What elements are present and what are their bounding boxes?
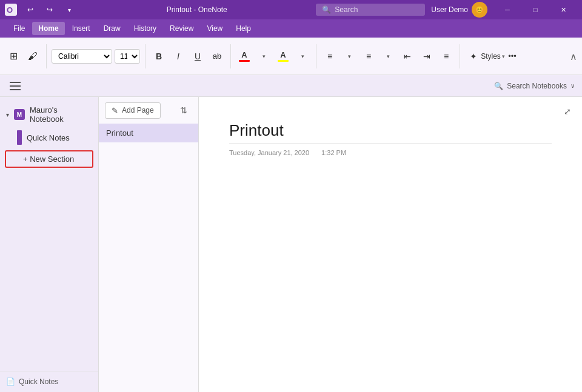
sidebar-item-quick-notes[interactable]: Quick Notes: [0, 127, 98, 148]
ribbon: ⊞ 🖌 Calibri 11 B I U ab A ▾ A ▾ ≡ ▾ ≡ ▾ …: [0, 38, 582, 75]
font-color-button[interactable]: A: [236, 48, 253, 65]
search-notebooks-icon: 🔍: [494, 82, 503, 90]
hamburger-line-3: [10, 89, 21, 90]
page-title: Printout: [106, 128, 133, 138]
styles-label: Styles: [481, 52, 501, 61]
expand-icon: ⤢: [564, 107, 571, 116]
hamburger-menu-button[interactable]: [7, 78, 24, 95]
ribbon-separator-1: [46, 44, 47, 68]
ribbon-separator-2: [145, 44, 146, 68]
styles-dropdown[interactable]: Styles ▾: [484, 48, 501, 65]
font-size-selector[interactable]: 11: [115, 49, 140, 64]
note-time: 1:32 PM: [321, 149, 346, 156]
add-page-label: Add Page: [122, 106, 154, 115]
menu-draw[interactable]: Draw: [98, 22, 127, 35]
sort-pages-button[interactable]: ⇅: [175, 102, 192, 119]
bottom-icon: 📄: [6, 377, 15, 386]
font-color-dropdown[interactable]: ▾: [255, 48, 272, 65]
quick-notes-label: Quick Notes: [27, 133, 70, 142]
more-button[interactable]: •••: [504, 48, 521, 65]
align-button[interactable]: ≡: [438, 48, 455, 65]
note-divider: [229, 144, 552, 144]
highlight-button[interactable]: A: [275, 48, 292, 65]
strikethrough-button[interactable]: ab: [209, 48, 226, 65]
highlight-color-bar: [278, 60, 289, 62]
ribbon-separator-5: [460, 44, 460, 68]
bottom-label: Quick Notes: [19, 377, 58, 386]
sidebar: ▾ M Mauro's Notebook Quick Notes + New S…: [0, 97, 99, 392]
search-box[interactable]: 🔍 Search: [316, 4, 425, 16]
pages-panel: ✎ Add Page ⇅ Printout: [99, 97, 199, 392]
increase-indent-button[interactable]: ⇥: [418, 48, 435, 65]
hamburger-line-1: [10, 82, 21, 83]
ribbon-collapse-button[interactable]: ∧: [570, 50, 577, 62]
numbering-button[interactable]: ≡: [360, 48, 377, 65]
ribbon-separator-4: [316, 44, 316, 68]
search-icon: 🔍: [322, 5, 331, 14]
menu-file[interactable]: File: [7, 22, 31, 35]
menu-view[interactable]: View: [201, 22, 229, 35]
avatar-face: 😊: [475, 6, 484, 14]
note-date: Tuesday, January 21, 2020: [229, 149, 309, 156]
font-selector[interactable]: Calibri: [52, 49, 112, 64]
font-color-bar: [239, 60, 250, 62]
new-section-button[interactable]: + New Section: [5, 150, 93, 168]
minimize-button[interactable]: ─: [493, 0, 521, 19]
search-notebooks-label: Search Notebooks: [507, 82, 567, 90]
underline-button[interactable]: U: [189, 48, 206, 65]
font-color-label: A: [241, 50, 247, 59]
menu-review[interactable]: Review: [164, 22, 199, 35]
decrease-indent-button[interactable]: ⇤: [399, 48, 416, 65]
user-name: User Demo: [431, 5, 468, 14]
italic-button[interactable]: I: [170, 48, 187, 65]
insert-table-button[interactable]: ✦: [465, 48, 482, 65]
undo-button[interactable]: ↩: [22, 1, 39, 18]
note-content-area[interactable]: ⤢ Printout Tuesday, January 21, 2020 1:3…: [199, 97, 582, 392]
maximize-button[interactable]: □: [521, 0, 549, 19]
notebook-name: Mauro's Notebook: [30, 105, 92, 124]
search-placeholder: Search: [335, 5, 358, 14]
menu-insert[interactable]: Insert: [66, 22, 96, 35]
menu-bar: File Home Insert Draw History Review Vie…: [0, 19, 582, 38]
keep-format-button[interactable]: 🖌: [24, 47, 41, 65]
clipboard-button[interactable]: ⊞: [5, 47, 22, 65]
note-meta: Tuesday, January 21, 2020 1:32 PM: [229, 149, 552, 156]
sidebar-bottom: 📄 Quick Notes: [0, 371, 98, 392]
redo-button[interactable]: ↪: [41, 1, 58, 18]
window-title: Printout - OneNote: [78, 5, 316, 14]
search-notebooks-area[interactable]: 🔍 Search Notebooks ∨: [494, 82, 575, 90]
customize-btn[interactable]: ▾: [61, 1, 78, 18]
ribbon-separator-3: [230, 44, 231, 68]
expand-button[interactable]: ⤢: [559, 103, 576, 120]
main-layout: ▾ M Mauro's Notebook Quick Notes + New S…: [0, 97, 582, 392]
sort-icon: ⇅: [180, 105, 187, 115]
close-button[interactable]: ✕: [549, 0, 577, 19]
bullets-button[interactable]: ≡: [321, 48, 338, 65]
add-page-icon: ✎: [112, 106, 118, 115]
title-bar-undo-redo: ↩ ↪ ▾: [22, 1, 78, 18]
numbering-dropdown[interactable]: ▾: [380, 48, 396, 65]
user-info: User Demo 😊: [431, 2, 487, 18]
add-page-button[interactable]: ✎ Add Page: [105, 102, 161, 119]
bullets-dropdown[interactable]: ▾: [341, 48, 358, 65]
onenote-logo: O: [5, 4, 17, 16]
page-item-printout[interactable]: Printout: [99, 124, 198, 142]
menu-help[interactable]: Help: [230, 22, 257, 35]
menu-home[interactable]: Home: [32, 22, 64, 35]
bold-button[interactable]: B: [150, 48, 167, 65]
section-color-icon: [17, 130, 22, 145]
svg-text:O: O: [7, 5, 13, 15]
notebook-item[interactable]: ▾ M Mauro's Notebook: [0, 102, 98, 127]
hamburger-line-2: [10, 85, 21, 87]
pages-header: ✎ Add Page ⇅: [99, 97, 198, 124]
clipboard-icon: ⊞: [10, 50, 18, 62]
note-title: Printout: [229, 121, 552, 140]
search-notebooks-chevron: ∨: [570, 82, 575, 89]
highlight-label: A: [280, 50, 286, 59]
menu-history[interactable]: History: [128, 22, 162, 35]
notebook-bar: 🔍 Search Notebooks ∨: [0, 75, 582, 97]
expand-arrow-icon: ▾: [6, 111, 9, 118]
user-avatar[interactable]: 😊: [472, 2, 487, 18]
highlight-dropdown[interactable]: ▾: [294, 48, 311, 65]
new-section-label: + New Section: [23, 154, 74, 164]
